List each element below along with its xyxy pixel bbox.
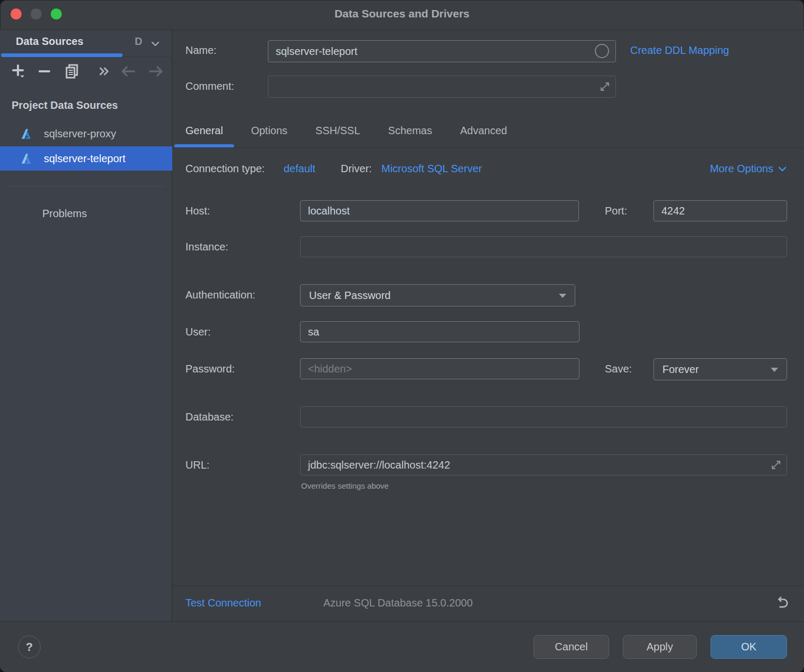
- host-input[interactable]: localhost: [300, 200, 579, 221]
- driver-label: Driver:: [341, 163, 372, 175]
- main-panel: Name: sqlserver-teleport Create DDL Mapp…: [172, 30, 804, 585]
- rollback-icon[interactable]: [774, 596, 789, 611]
- cancel-button[interactable]: Cancel: [534, 635, 609, 659]
- test-connection-link[interactable]: Test Connection: [185, 597, 261, 609]
- url-hint: Overrides settings above: [301, 481, 389, 490]
- user-value: sa: [308, 326, 319, 338]
- connection-type-row: Connection type: default Driver: Microso…: [172, 163, 804, 179]
- name-input[interactable]: sqlserver-teleport: [268, 40, 616, 62]
- instance-input[interactable]: [300, 236, 787, 257]
- help-icon: ?: [26, 640, 33, 654]
- sidebar-divider: [10, 186, 164, 186]
- forward-arrow-icon[interactable]: [147, 62, 165, 81]
- sidebar-toolbar: [0, 60, 172, 83]
- instance-label: Instance:: [185, 241, 228, 253]
- tabs-divider: [172, 147, 804, 148]
- host-label: Host:: [185, 205, 210, 217]
- password-placeholder: <hidden>: [308, 363, 352, 375]
- progress-circle-icon: [595, 44, 609, 58]
- more-options-label: More Options: [710, 163, 773, 175]
- chevron-down-icon: [778, 165, 787, 173]
- user-input[interactable]: sa: [300, 321, 579, 342]
- database-input[interactable]: [300, 406, 787, 427]
- titlebar: Data Sources and Drivers: [0, 0, 804, 30]
- tab-general[interactable]: General: [174, 120, 234, 148]
- tab-ssh-ssl[interactable]: SSH/SSL: [304, 120, 371, 148]
- help-button[interactable]: ?: [18, 636, 41, 658]
- tab-data-sources[interactable]: Data Sources: [16, 35, 83, 48]
- sidebar-tab-header: Data Sources D: [0, 30, 172, 57]
- host-value: localhost: [308, 205, 350, 217]
- window-title: Data Sources and Drivers: [0, 7, 804, 20]
- save-value: Forever: [662, 363, 699, 376]
- more-options-link[interactable]: More Options: [710, 163, 787, 175]
- save-select[interactable]: Forever: [653, 358, 787, 380]
- expand-icon[interactable]: [599, 81, 611, 92]
- add-icon[interactable]: [10, 62, 27, 81]
- server-version: Azure SQL Database 15.0.2000: [323, 597, 473, 609]
- chevron-down-icon[interactable]: [148, 38, 162, 50]
- hidden-actions-icon[interactable]: [95, 62, 113, 81]
- port-label: Port:: [605, 205, 627, 217]
- ok-button[interactable]: OK: [710, 635, 787, 659]
- list-item-sqlserver-teleport[interactable]: sqlserver-teleport: [0, 146, 172, 171]
- tab-drivers-truncated[interactable]: D: [135, 35, 144, 48]
- authentication-value: User & Password: [309, 290, 391, 302]
- url-value: jdbc:sqlserver://localhost:4242: [308, 459, 450, 471]
- list-item-label: sqlserver-teleport: [44, 153, 126, 165]
- connection-type-label: Connection type:: [185, 163, 265, 175]
- name-label: Name:: [185, 44, 217, 57]
- port-input[interactable]: 4242: [653, 200, 787, 221]
- dropdown-arrow-icon: [559, 294, 566, 298]
- user-label: User:: [185, 326, 211, 338]
- save-label: Save:: [605, 363, 632, 375]
- driver-value[interactable]: Microsoft SQL Server: [381, 163, 482, 175]
- project-data-sources-header: Project Data Sources: [12, 99, 118, 111]
- comment-label: Comment:: [185, 80, 234, 92]
- settings-tabs: General Options SSH/SSL Schemas Advanced: [174, 120, 518, 148]
- azure-icon: [20, 128, 32, 140]
- create-ddl-mapping-link[interactable]: Create DDL Mapping: [630, 44, 729, 57]
- authentication-label: Authentication:: [185, 289, 255, 301]
- url-label: URL:: [185, 459, 210, 471]
- connection-type-value[interactable]: default: [284, 163, 315, 175]
- list-item-label: sqlserver-proxy: [44, 128, 116, 140]
- expand-icon[interactable]: [770, 459, 782, 471]
- port-value: 4242: [661, 205, 685, 217]
- sidebar: Data Sources D Projec: [0, 30, 172, 621]
- dropdown-arrow-icon: [771, 368, 778, 372]
- authentication-select[interactable]: User & Password: [300, 284, 575, 306]
- url-input[interactable]: jdbc:sqlserver://localhost:4242: [300, 454, 787, 475]
- dialog-footer: ? Cancel Apply OK: [0, 621, 804, 672]
- apply-button[interactable]: Apply: [623, 635, 697, 659]
- list-item-sqlserver-proxy[interactable]: sqlserver-proxy: [0, 122, 172, 146]
- test-connection-bar: Test Connection Azure SQL Database 15.0.…: [172, 585, 804, 621]
- problems-item[interactable]: Problems: [42, 208, 87, 220]
- copy-icon[interactable]: [63, 62, 81, 81]
- database-label: Database:: [185, 411, 233, 423]
- tab-options[interactable]: Options: [240, 120, 298, 148]
- tab-advanced[interactable]: Advanced: [449, 120, 518, 148]
- active-tab-indicator: [1, 53, 123, 57]
- password-input[interactable]: <hidden>: [300, 358, 579, 379]
- data-sources-dialog: Data Sources and Drivers Data Sources D: [0, 0, 804, 672]
- tab-schemas[interactable]: Schemas: [377, 120, 443, 148]
- back-arrow-icon[interactable]: [119, 62, 137, 81]
- name-value: sqlserver-teleport: [276, 45, 358, 58]
- password-label: Password:: [185, 363, 235, 375]
- azure-icon: [20, 153, 32, 165]
- comment-input[interactable]: [268, 76, 616, 98]
- remove-icon[interactable]: [35, 62, 53, 81]
